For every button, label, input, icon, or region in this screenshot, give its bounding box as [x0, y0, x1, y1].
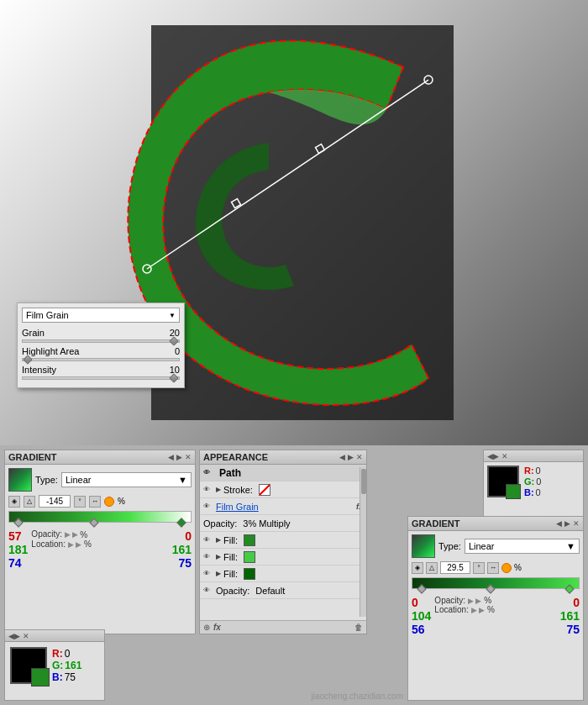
highlight-slider-thumb[interactable] [23, 355, 32, 364]
canvas-area: Film Grain ▼ Grain 20 Highlight Area 0 [0, 0, 588, 445]
fill1-eye-icon[interactable]: 👁 [203, 536, 213, 545]
gradient-tool-icon-1[interactable]: ◈ [8, 496, 20, 508]
intensity-slider-thumb[interactable] [169, 373, 178, 382]
path-eye-icon[interactable]: 👁 [203, 469, 213, 477]
gradient-right-swatch[interactable] [412, 534, 435, 558]
appearance-left-arrow[interactable]: ◀ [339, 453, 345, 461]
highlight-row: Highlight Area 0 [22, 346, 180, 361]
opacity-default-value: Default [255, 586, 285, 596]
gradient-right-right-arrow[interactable]: ▶ [564, 519, 570, 528]
fill3-eye-icon[interactable]: 👁 [203, 570, 213, 578]
color-swatch-secondary[interactable] [31, 668, 50, 687]
grain-value: 20 [170, 328, 180, 338]
rgb-panel-titlebar: ◀▶ ✕ [484, 450, 583, 462]
rgb-panel-close[interactable]: ✕ [501, 452, 508, 460]
fill2-eye-icon[interactable]: 👁 [203, 553, 213, 561]
film-grain-panel: Film Grain ▼ Grain 20 Highlight Area 0 [17, 303, 185, 388]
fill-row-3: 👁 ▶ Fill: [200, 566, 366, 582]
opacity-value-ap: 3% Multiply [243, 518, 290, 529]
rgb-b-value: 0 [536, 487, 541, 497]
gradient-right-type-value: Linear [469, 541, 495, 551]
gradient-bar[interactable] [8, 511, 192, 523]
gradient-tool-icon-3[interactable]: ° [74, 496, 86, 508]
rgb-secondary-swatch[interactable] [506, 484, 521, 499]
highlight-slider[interactable] [22, 358, 180, 361]
panel-close-icon[interactable]: ✕ [185, 453, 192, 461]
gradient-right-angle[interactable]: 29.5 [440, 561, 470, 574]
stroke-swatch[interactable] [259, 484, 270, 496]
gradient-right-left-arrow[interactable]: ◀ [556, 519, 562, 528]
rgb-panel-arrows[interactable]: ◀▶ [487, 452, 499, 460]
rgb-r-value: 0 [536, 466, 541, 476]
gradient-right-close[interactable]: ✕ [573, 519, 580, 528]
opacity-default-eye[interactable]: 👁 [203, 587, 213, 595]
gradient-right-type-dropdown[interactable]: Linear ▼ [465, 539, 580, 554]
fill3-arrow-icon[interactable]: ▶ [216, 570, 221, 577]
gradient-left-b1: 74 [8, 556, 22, 570]
opacity-label: Opacity: ▶ ▶ % [31, 529, 171, 539]
gradient-left-titlebar: GRADIENT ◀ ▶ ✕ [5, 450, 195, 465]
color-swatch-main[interactable] [10, 647, 47, 684]
fill1-swatch[interactable] [244, 534, 255, 546]
film-grain-dropdown-label: Film Grain [26, 310, 69, 320]
scrollbar-thumb[interactable] [361, 469, 366, 494]
appearance-scrollbar[interactable] [360, 467, 366, 617]
swatch-arrows[interactable]: ◀▶ [8, 632, 20, 640]
appearance-close-icon[interactable]: ✕ [356, 453, 363, 461]
fill3-label: Fill: [223, 569, 238, 579]
stroke-eye-icon[interactable]: 👁 [203, 486, 213, 494]
stroke-row: 👁 ▶ Stroke: [200, 481, 366, 498]
opacity-label-r: Opacity: ▶ ▶ % [434, 596, 559, 605]
fill2-arrow-icon[interactable]: ▶ [216, 553, 221, 560]
gradient-angle-input[interactable]: -145 [39, 495, 71, 508]
gradient-focus-dot[interactable] [104, 497, 114, 507]
intensity-slider[interactable] [22, 376, 180, 380]
gradient-right-titlebar: GRADIENT ◀ ▶ ✕ [408, 517, 583, 531]
gradient-right-bar[interactable] [412, 577, 580, 589]
fill1-label: Fill: [223, 535, 238, 545]
gradient-right-focus[interactable] [501, 563, 512, 573]
gradient-reverse-icon[interactable]: ↔ [89, 496, 101, 508]
film-grain-link[interactable]: Film Grain [216, 502, 259, 512]
swatch-close[interactable]: ✕ [23, 632, 29, 640]
appearance-footer: ⊕ fx 🗑 [200, 620, 366, 634]
grain-label: Grain [22, 328, 45, 338]
appearance-right-arrow[interactable]: ▶ [348, 453, 354, 461]
swatch-g-value: 161 [65, 660, 81, 671]
panel-left-arrow-icon[interactable]: ◀ [168, 453, 174, 461]
intensity-label: Intensity [22, 365, 56, 375]
gradient-type-dropdown[interactable]: Linear ▼ [61, 472, 192, 487]
gradient-right-reverse[interactable]: ↔ [487, 562, 499, 574]
delete-icon[interactable]: 🗑 [354, 623, 363, 632]
grain-slider-thumb[interactable] [169, 336, 178, 345]
grain-row: Grain 20 [22, 328, 180, 343]
gradient-left-swatch[interactable] [8, 468, 32, 492]
film-grain-dropdown[interactable]: Film Grain ▼ [22, 308, 180, 323]
grain-slider[interactable] [22, 339, 180, 343]
gradient-tool-icon-2[interactable]: △ [24, 496, 35, 508]
gradient-panel-left: GRADIENT ◀ ▶ ✕ Type: Linear ▼ ◈ △ [4, 450, 196, 634]
fill1-arrow-icon[interactable]: ▶ [216, 536, 221, 544]
panel-right-arrow-icon[interactable]: ▶ [176, 453, 182, 461]
film-grain-eye-icon[interactable]: 👁 [203, 502, 213, 511]
gradient-right-degree[interactable]: ° [473, 562, 485, 574]
gradient-left-r1: 57 [8, 529, 22, 543]
intensity-value: 10 [170, 365, 180, 375]
swatch-b-label: B: [52, 671, 63, 683]
path-label: Path [219, 467, 241, 479]
fill2-swatch[interactable] [244, 551, 255, 563]
fill3-swatch[interactable] [244, 568, 255, 580]
fx-footer-icon[interactable]: fx [213, 623, 221, 632]
gradient-panel-right: GRADIENT ◀ ▶ ✕ Type: Linear ▼ ◈ △ 29. [407, 516, 584, 701]
stroke-arrow-icon[interactable]: ▶ [216, 486, 221, 493]
gradient-right-r1: 0 [412, 596, 418, 609]
location-label: Location: ▶ ▶ % [31, 539, 171, 549]
gradient-type-value: Linear [66, 475, 92, 485]
gradient-left-b2: 75 [178, 556, 192, 570]
gradient-right-tool-1[interactable]: ◈ [412, 562, 423, 574]
rgb-main-swatch[interactable] [487, 466, 519, 497]
opacity-default-row: 👁 Opacity: Default [200, 582, 366, 599]
gradient-right-tool-2[interactable]: △ [426, 562, 438, 574]
add-effect-icon[interactable]: ⊕ [203, 623, 210, 632]
opacity-label-ap: Opacity: [203, 518, 237, 529]
